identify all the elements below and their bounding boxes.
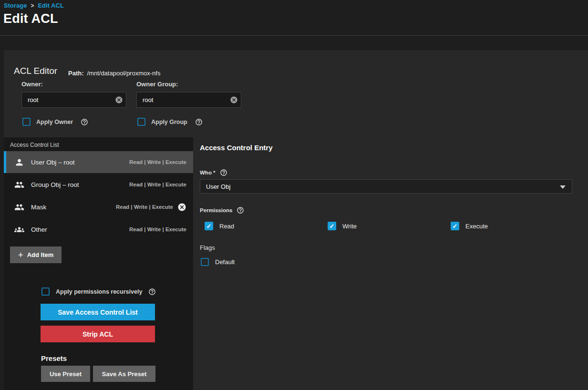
flags-label: Flags [200,244,215,251]
people-icon [14,180,24,190]
who-label-row: Who * [200,169,227,176]
people-icon [14,202,24,212]
breadcrumb-storage-link[interactable]: Storage [4,2,27,9]
header-divider [0,35,588,36]
execute-label: Execute [465,223,488,230]
access-control-list-title: Access Control List [10,142,59,148]
permissions-label-row: Permissions [200,206,244,214]
acl-item-label: User Obj – root [31,159,75,166]
access-control-entry-title: Access Control Entry [200,144,273,152]
default-checkbox[interactable] [201,258,209,266]
acl-item-user-obj[interactable]: User Obj – root Read | Write | Execute [4,151,193,173]
path-row: Path: /mnt/datapool/proxmox-nfs [68,70,160,77]
acl-editor-title: ACL Editor [14,66,57,76]
acl-item-label: Mask [31,204,46,211]
recursive-row: Apply permissions recursively [41,287,156,296]
save-as-preset-button[interactable]: Save As Preset [93,366,155,382]
acl-item-label: Group Obj – root [31,181,79,188]
path-value: /mnt/datapool/proxmox-nfs [87,70,161,77]
recursive-label: Apply permissions recursively [56,288,142,295]
acl-item-other[interactable]: Other Read | Write | Execute [4,218,193,240]
help-icon[interactable] [195,118,203,126]
flag-default: Default [201,258,235,266]
apply-owner-label: Apply Owner [36,119,75,125]
access-control-entry-panel: Access Control Entry Who * User Obj Perm… [193,137,588,390]
apply-owner-row: Apply Owner [22,118,88,126]
permission-execute: Execute [451,222,574,230]
acl-item-permissions: Read | Write | Execute [116,204,173,210]
permission-options: Read Write Execute [205,222,574,230]
execute-checkbox[interactable] [451,222,459,230]
help-icon[interactable] [237,206,244,214]
acl-item-group-obj[interactable]: Group Obj – root Read | Write | Execute [4,174,193,195]
acl-item-permissions: Read | Write | Execute [129,182,186,187]
default-label: Default [215,258,235,266]
groups-icon [14,225,24,235]
person-icon [14,157,24,167]
breadcrumb-current[interactable]: Edit ACL [38,2,63,9]
help-icon[interactable] [81,118,88,126]
chevron-down-icon [560,185,566,189]
presets-title: Presets [41,354,67,362]
apply-group-row: Apply Group [137,118,203,126]
page-title: Edit ACL [3,11,58,26]
owner-label: Owner: [21,81,43,88]
help-icon[interactable] [220,169,227,176]
owner-group-input[interactable] [136,92,241,108]
use-preset-button[interactable]: Use Preset [41,366,90,382]
permission-read: Read [205,222,328,230]
breadcrumb: Storage > Edit ACL [4,2,64,9]
path-label: Path: [68,70,84,77]
who-label: Who * [200,170,216,175]
read-label: Read [219,223,234,230]
owner-group-label: Owner Group: [136,81,178,88]
apply-group-checkbox[interactable] [137,118,145,126]
write-checkbox[interactable] [328,222,336,230]
help-icon[interactable] [148,288,156,296]
acl-rows: User Obj – root Read | Write | Execute G… [4,151,193,241]
acl-item-label: Other [31,226,47,233]
save-acl-button[interactable]: Save Access Control List [41,304,155,320]
acl-item-mask[interactable]: Mask Read | Write | Execute [4,196,193,218]
delete-icon[interactable] [177,203,186,212]
strip-acl-button[interactable]: Strip ACL [41,326,155,342]
permissions-label: Permissions [200,207,232,213]
clear-icon[interactable] [230,96,238,104]
read-checkbox[interactable] [205,222,213,230]
apply-group-label: Apply Group [151,119,189,125]
add-item-button[interactable]: + Add Item [10,246,62,263]
required-mark: * [213,170,215,175]
write-label: Write [342,223,357,230]
apply-owner-checkbox[interactable] [22,118,31,126]
acl-item-permissions: Read | Write | Execute [129,226,186,232]
owner-input[interactable] [21,92,126,108]
acl-editor-card: ACL Editor Path: /mnt/datapool/proxmox-n… [4,50,588,390]
plus-icon: + [18,250,23,259]
who-select-value: User Obj [206,183,230,190]
recursive-checkbox[interactable] [41,287,50,296]
access-control-list-panel: Access Control List User Obj – root Read… [4,137,193,390]
permission-write: Write [328,222,451,230]
clear-icon[interactable] [115,96,123,104]
breadcrumb-separator: > [31,2,34,9]
who-select[interactable]: User Obj [200,179,572,194]
add-item-label: Add Item [27,251,54,258]
acl-item-permissions: Read | Write | Execute [129,159,186,165]
